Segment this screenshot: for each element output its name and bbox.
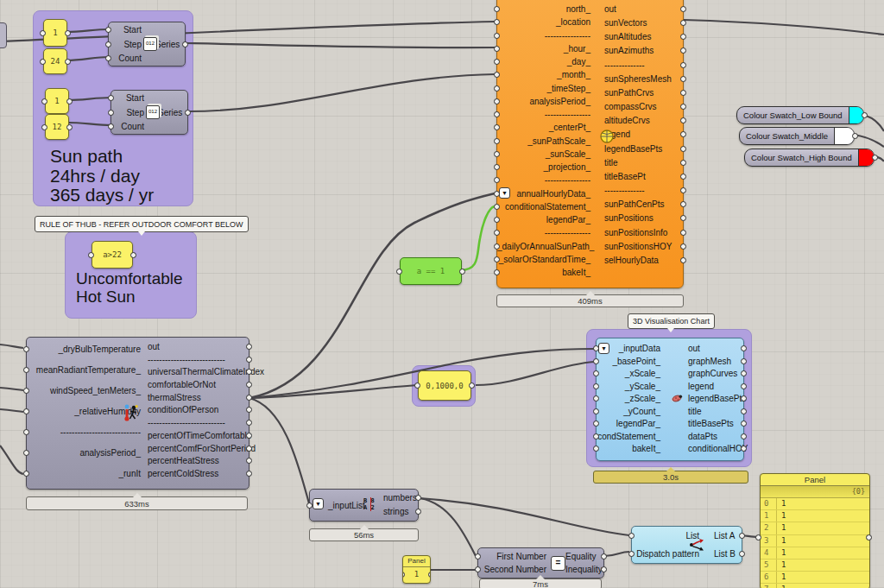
input-port-label: bakeIt_ [497, 268, 597, 277]
number-panel[interactable]: 1 [43, 19, 67, 47]
condition-panel[interactable]: a>22 [92, 241, 133, 269]
series-component[interactable]: StartStepCount Series 012 [110, 90, 188, 135]
input-port[interactable] [40, 30, 46, 36]
note-line: Uncomfortable [76, 269, 183, 288]
input-port-label: _dailyOrAnnualSunPath_ [497, 242, 597, 251]
output-port-label: sunPathCrvs [597, 88, 683, 98]
input-port[interactable] [414, 383, 420, 389]
list-item: 51 [761, 560, 869, 572]
output-port[interactable] [65, 59, 71, 65]
output-port[interactable] [852, 133, 858, 139]
output-port-label: selHourlyData [597, 256, 683, 265]
tooltip-text: 3D Visualisation Chart [633, 317, 710, 326]
swatch-label: Colour Swatch_High Bound [745, 149, 858, 166]
output-port[interactable] [862, 112, 868, 118]
series-component[interactable]: StartStepCount Series 012 [108, 22, 186, 66]
input-port-label: annualHourlyData_ [497, 189, 597, 199]
wire [476, 362, 594, 385]
runtime-bar: 409ms [496, 294, 684, 307]
runtime-text: 409ms [578, 296, 603, 306]
output-port[interactable] [66, 124, 73, 130]
input-port[interactable] [396, 269, 402, 275]
list-matrix-divider [370, 497, 372, 511]
equality-component[interactable]: First NumberSecond Number EqualityInequa… [477, 547, 604, 579]
input-port[interactable] [88, 252, 94, 258]
output-port-label: strings [376, 507, 418, 516]
input-port[interactable] [755, 534, 761, 541]
input-port-label: windSpeed_tenMeters_ [27, 386, 148, 395]
grasshopper-canvas[interactable]: Sun path 24hrs / day 365 days / yr Uncom… [0, 0, 884, 588]
output-port-label: percentComfForShortPeriod [141, 444, 249, 453]
output-port-label: -------------- [597, 60, 683, 70]
output-port[interactable] [428, 572, 431, 578]
expression-panel[interactable]: a == 1 [400, 257, 462, 285]
down-arrow-icon[interactable]: ▼ [313, 498, 324, 509]
colour-swatch-high-bound[interactable]: Colour Swatch_High Bound [744, 149, 875, 167]
input-port-label: _day_ [497, 57, 597, 66]
list-panel[interactable]: Panel {0} 01 11 21 31 41 51 61 71 [760, 473, 870, 588]
wire [189, 74, 495, 111]
output-port[interactable] [459, 269, 465, 275]
number-panel[interactable]: 24 [43, 48, 67, 74]
down-arrow-icon[interactable]: ▼ [499, 187, 510, 199]
rule-of-thumb-tooltip: RULE OF THUB - REFER OUTDOOR COMFORT BEL… [35, 216, 249, 232]
utci-person-icon [123, 404, 139, 421]
input-port[interactable] [40, 59, 46, 65]
panel-path: {0} [761, 486, 869, 498]
output-port-label: sunPositions [597, 213, 683, 223]
input-port[interactable] [41, 98, 47, 104]
output-port-label: thermalStress [141, 393, 249, 402]
list-item: 21 [761, 522, 869, 534]
output-port-label: title [681, 407, 743, 416]
input-port-label: _yCount_ [597, 407, 667, 416]
panel-value: 24 [51, 57, 60, 66]
output-port[interactable] [872, 155, 878, 161]
output-port-label: conditionalHOY [681, 444, 743, 453]
output-port[interactable] [66, 98, 73, 104]
swatch-color-chip[interactable] [834, 128, 854, 144]
input-port-label: _month_ [497, 70, 597, 79]
input-port-label: bakeIt_ [597, 444, 667, 453]
input-port-label: Start [111, 93, 151, 103]
swatch-label: Colour Swatch_Low Bound [737, 107, 849, 123]
output-port[interactable] [65, 30, 71, 36]
panel-value: a == 1 [417, 267, 445, 275]
output-port-label: graphMesh [681, 357, 743, 366]
runtime-bar: 3.0s [593, 471, 748, 484]
panel-value: a>22 [103, 250, 122, 259]
output-port[interactable] [866, 534, 872, 541]
tooltip-text: RULE OF THUB - REFER OUTDOOR COMFORT BEL… [40, 220, 243, 229]
output-port-label: altitudeCrvs [597, 116, 683, 125]
output-port[interactable] [469, 383, 475, 389]
inputlist-component[interactable]: _inputList numbersstrings B 8 A 2 [309, 489, 419, 522]
runtime-text: 633ms [124, 499, 149, 509]
output-port-label: sunVectors [597, 18, 683, 28]
input-port-label: _sunPathScale_ [497, 136, 597, 146]
panel-value: 0,1000,0 [426, 382, 463, 390]
down-arrow-icon[interactable]: ▼ [598, 343, 609, 354]
chart3d-component[interactable]: _inputData_basePoint__xScale__yScale__zS… [596, 338, 744, 461]
output-port-label: legendBasePts [681, 394, 743, 403]
output-port-label: percentOfTimeComfortable [141, 431, 249, 440]
output-port-label: -------------- [597, 186, 683, 195]
point-panel[interactable]: 0,1000,0 [418, 370, 471, 401]
output-port-label: compassCrvs [597, 102, 683, 111]
colour-swatch-low-bound[interactable]: Colour Swatch_Low Bound [736, 106, 864, 124]
runtime-text: 56ms [354, 530, 374, 540]
colour-swatch-middle[interactable]: Colour Swatch_Middle [739, 127, 855, 145]
number-panel[interactable]: 12 [45, 114, 69, 140]
swatch-label: Colour Swatch_Middle [740, 128, 834, 144]
utci-component[interactable]: _dryBulbTemperaturemeanRadiantTemperatur… [26, 337, 249, 490]
sunpath-component[interactable]: north__location----------------_hour__da… [496, 0, 684, 288]
wire [854, 135, 884, 147]
small-panel[interactable]: Panel 1 [402, 555, 431, 584]
panel-value: 1 [54, 97, 59, 105]
input-port[interactable] [41, 124, 47, 130]
input-port-label: ---------------- [497, 175, 597, 185]
number-panel[interactable]: 1 [45, 88, 69, 114]
output-port[interactable] [130, 252, 136, 258]
note-line: 365 days / yr [50, 186, 154, 205]
input-port-label: ---------------------------- [27, 427, 148, 437]
dispatch-component[interactable]: ListDispatch pattern List AList B [631, 526, 742, 564]
output-port-label: universalThermalClimateIndex [141, 367, 249, 376]
